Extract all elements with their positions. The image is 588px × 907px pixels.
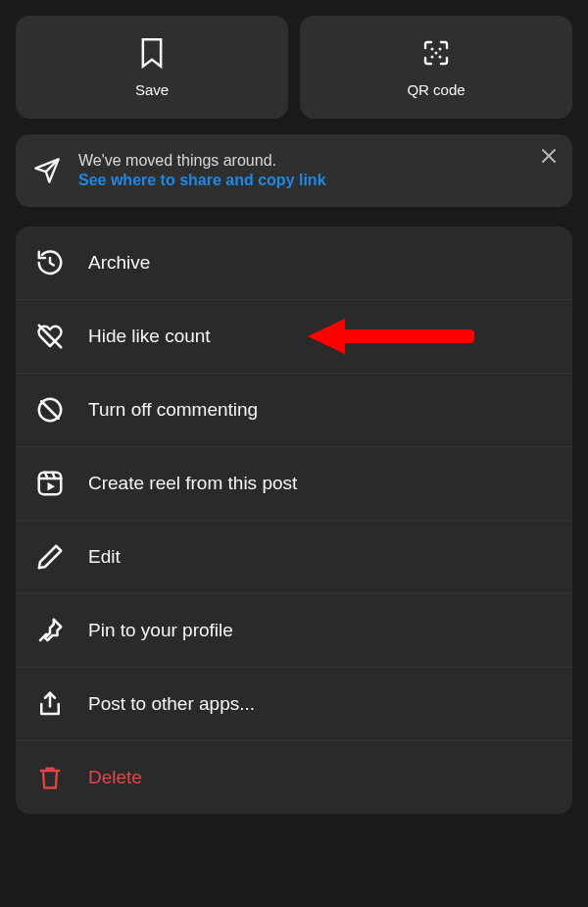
share-icon [35,689,65,719]
menu-label-delete: Delete [88,767,142,788]
menu-item-turn-off-commenting[interactable]: Turn off commenting [16,373,572,446]
qrcode-label: QR code [407,81,465,98]
save-label: Save [135,81,169,98]
info-banner[interactable]: We've moved things around. See where to … [16,134,572,207]
menu-item-hide-like-count[interactable]: Hide like count [16,299,572,373]
qrcode-icon [419,36,453,70]
comment-off-icon [35,395,65,425]
menu-item-delete[interactable]: Delete [16,740,572,814]
svg-marker-17 [48,482,56,491]
menu-item-edit[interactable]: Edit [16,520,572,593]
banner-line1: We've moved things around. [78,152,555,170]
banner-link[interactable]: See where to share and copy link [78,172,555,189]
menu-label-edit: Edit [88,546,121,568]
top-button-row: Save QR code [16,16,572,119]
menu-item-pin-to-profile[interactable]: Pin to your profile [16,593,572,667]
bookmark-icon [135,36,169,70]
save-button[interactable]: Save [16,16,288,119]
menu-item-archive[interactable]: Archive [16,227,572,299]
annotation-arrow [308,313,474,360]
archive-icon [35,248,65,277]
svg-point-2 [431,56,434,59]
trash-icon [35,763,65,792]
menu-list: Archive Hide like count Turn off comment… [16,227,572,814]
close-banner-button[interactable] [539,146,559,166]
heart-off-icon [35,322,65,351]
svg-point-4 [435,52,438,55]
svg-point-3 [439,56,442,59]
banner-text: We've moved things around. See where to … [78,152,555,189]
menu-label-archive: Archive [88,252,150,274]
menu-label-create-reel: Create reel from this post [88,473,297,494]
qrcode-button[interactable]: QR code [300,16,572,119]
reel-icon [35,469,65,498]
pin-icon [35,616,65,645]
svg-point-0 [431,48,434,51]
menu-label-post-to-other-apps: Post to other apps... [88,693,255,715]
menu-label-turn-off-commenting: Turn off commenting [88,399,258,421]
menu-label-hide-like-count: Hide like count [88,326,211,347]
paper-plane-icon [33,157,61,184]
svg-rect-13 [39,473,62,495]
svg-marker-10 [308,319,345,354]
svg-line-12 [41,401,59,419]
menu-label-pin-to-profile: Pin to your profile [88,620,233,641]
svg-point-1 [439,48,442,51]
pencil-icon [35,542,65,572]
close-icon [541,148,557,164]
menu-item-post-to-other-apps[interactable]: Post to other apps... [16,667,572,740]
menu-item-create-reel[interactable]: Create reel from this post [16,446,572,520]
